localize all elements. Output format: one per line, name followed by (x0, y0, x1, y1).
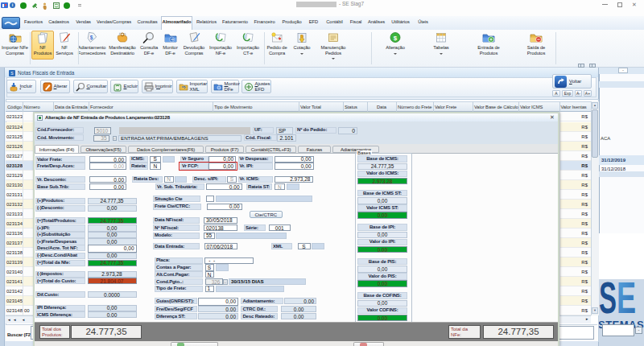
svg-text:$: $ (90, 35, 93, 41)
svg-text:E: E (617, 280, 636, 317)
svg-text:$: $ (394, 35, 398, 42)
svg-text:S: S (599, 280, 617, 317)
